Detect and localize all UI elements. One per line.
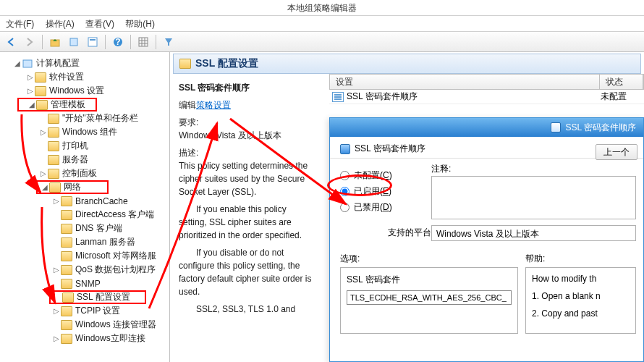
help-text: 1. Open a blank n <box>532 291 630 301</box>
menu-bar: 文件(F) 操作(A) 查看(V) 帮助(H) <box>0 16 644 32</box>
folder-icon <box>61 237 72 248</box>
cipher-suites-input[interactable] <box>347 290 512 305</box>
window-title: 本地组策略编辑器 <box>0 0 644 16</box>
folder-icon <box>61 251 72 261</box>
menu-file[interactable]: 文件(F) <box>6 19 34 29</box>
tree-item[interactable]: ▷Windows 组件 <box>0 125 169 139</box>
folder-icon <box>48 127 59 138</box>
tree-item[interactable]: ▷QoS 数据包计划程序 <box>0 263 169 277</box>
expand-icon[interactable]: ▷ <box>52 307 61 315</box>
folder-icon <box>35 86 46 96</box>
folder-icon <box>48 169 59 179</box>
expand-icon[interactable]: ▷ <box>26 87 35 95</box>
prev-setting-button[interactable]: 上一个 <box>596 144 637 160</box>
collapse-icon[interactable]: ◢ <box>13 59 22 67</box>
expand-icon[interactable]: ▷ <box>52 197 61 205</box>
tree-item[interactable]: ▷软件设置 <box>0 70 169 84</box>
tree-label: DirectAccess 客户端 <box>75 209 154 221</box>
desc-label: 描述: <box>179 148 198 158</box>
tree-item[interactable]: 服务器 <box>0 153 169 167</box>
tree-item[interactable]: ▷Windows 设置 <box>0 84 169 98</box>
tree-item[interactable]: ▷TCPIP 设置 <box>0 304 169 318</box>
tree-label: SSL 配置设置 <box>77 291 130 303</box>
expand-icon[interactable]: ▷ <box>26 73 35 81</box>
grid-cell-name: SSL 密码套件顺序 <box>347 90 601 103</box>
tree-item[interactable]: Lanman 服务器 <box>0 235 169 249</box>
folder-icon <box>48 114 59 124</box>
tree-label: "开始"菜单和任务栏 <box>62 112 138 125</box>
tree-item[interactable]: Windows 连接管理器 <box>0 318 169 332</box>
tree-item[interactable]: SNMP <box>0 277 169 290</box>
policy-icon <box>551 122 561 132</box>
tree-item[interactable]: 打印机 <box>0 139 169 153</box>
tree-label: 控制面板 <box>62 167 97 180</box>
tree-label: 软件设置 <box>49 71 84 83</box>
col-state[interactable]: 状态 <box>600 75 643 89</box>
tree-item-ssl-config[interactable]: SSL 配置设置 <box>49 290 146 304</box>
filter-button[interactable] <box>161 34 177 50</box>
desc-text: SSL2, SSL3, TLS 1.0 and <box>179 303 313 316</box>
grid-button[interactable] <box>135 34 151 50</box>
folder-icon <box>61 210 72 220</box>
tree-root[interactable]: ◢计算机配置 <box>0 56 169 70</box>
desc-text: If you disable or do not configure this … <box>179 246 313 298</box>
help-label: 帮助: <box>525 253 545 265</box>
tree-item[interactable]: DNS 客户端 <box>0 222 169 235</box>
expand-icon[interactable]: ▷ <box>39 169 48 177</box>
folder-icon <box>61 224 72 234</box>
policy-icon <box>340 144 350 154</box>
content-subtitle: SSL 密码套件顺序 <box>179 81 313 94</box>
tree-label: Microsoft 对等网络服 <box>75 250 156 262</box>
up-button[interactable] <box>47 34 63 50</box>
tree-item-network[interactable]: ◢网络 <box>36 180 109 194</box>
dialog-title: SSL 密码套件顺序 <box>565 122 636 134</box>
properties-button[interactable] <box>66 34 82 50</box>
tree-label: Windows 连接管理器 <box>75 319 156 331</box>
help-text: How to modify th <box>532 274 630 284</box>
req-label: 要求: <box>179 117 198 127</box>
tree-item-admin-templates[interactable]: ◢管理模板 <box>17 98 97 111</box>
help-button[interactable]: ? <box>110 34 126 50</box>
settings-grid: 设置 状态 SSL 密码套件顺序 未配置 <box>329 74 644 104</box>
tree-label: Lanman 服务器 <box>75 236 135 248</box>
folder-icon <box>48 155 59 165</box>
expand-icon[interactable]: ▷ <box>39 128 48 136</box>
expand-icon[interactable]: ▷ <box>52 334 61 342</box>
tree-label: 服务器 <box>62 153 88 166</box>
options-panel: SSL 密码套件 <box>340 267 518 334</box>
back-button[interactable] <box>3 34 19 50</box>
menu-action[interactable]: 操作(A) <box>46 19 75 29</box>
content-header: SSL 配置设置 <box>173 54 641 74</box>
menu-view[interactable]: 查看(V) <box>85 19 114 29</box>
folder-icon <box>61 196 72 206</box>
tree-item[interactable]: ▷控制面板 <box>0 167 169 180</box>
col-setting[interactable]: 设置 <box>330 75 600 89</box>
svg-rect-6 <box>139 38 148 46</box>
forward-button[interactable] <box>22 34 38 50</box>
help-panel: How to modify th 1. Open a blank n 2. Co… <box>525 267 636 334</box>
note-textarea[interactable] <box>431 176 636 219</box>
tree-item[interactable]: DirectAccess 客户端 <box>0 208 169 222</box>
tree-item[interactable]: Microsoft 对等网络服 <box>0 249 169 263</box>
collapse-icon[interactable]: ◢ <box>27 101 36 109</box>
svg-rect-1 <box>70 38 77 46</box>
menu-help[interactable]: 帮助(H) <box>125 19 155 29</box>
tree-label: BranchCache <box>75 196 128 206</box>
platform-value: Windows Vista 及以上版本 <box>431 225 636 241</box>
expand-icon[interactable]: ▷ <box>52 266 61 274</box>
folder-icon <box>61 334 72 344</box>
tree-item[interactable]: ▷BranchCache <box>0 194 169 208</box>
collapse-icon[interactable]: ◢ <box>41 183 49 191</box>
options-label: 选项: <box>340 253 360 265</box>
edit-prefix: 编辑 <box>179 100 196 110</box>
dialog-titlebar[interactable]: SSL 密码套件顺序 <box>330 118 643 137</box>
folder-icon <box>61 320 72 330</box>
refresh-button[interactable] <box>85 34 101 50</box>
tree-item[interactable]: ▷Windows立即连接 <box>0 332 169 345</box>
folder-icon <box>62 292 74 303</box>
folder-icon <box>48 141 59 151</box>
grid-row[interactable]: SSL 密码套件顺序 未配置 <box>329 90 644 104</box>
tree-item[interactable]: "开始"菜单和任务栏 <box>0 111 169 125</box>
edit-policy-link[interactable]: 策略设置 <box>196 100 231 110</box>
svg-rect-2 <box>88 38 97 46</box>
